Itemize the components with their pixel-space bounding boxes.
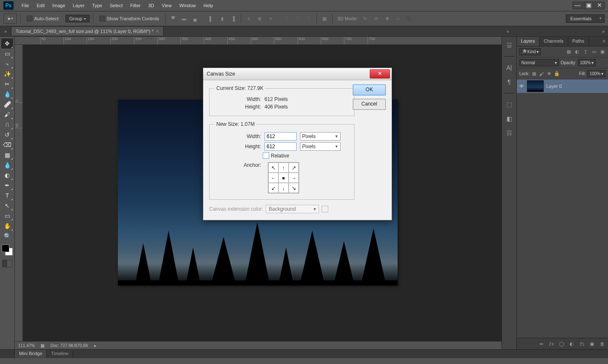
align-top-icon[interactable]: ▀: [169, 14, 177, 23]
lock-position-icon[interactable]: ✥: [546, 71, 552, 77]
lock-transparency-icon[interactable]: ▦: [531, 71, 537, 77]
anchor-nw[interactable]: ↖: [268, 163, 278, 173]
filter-adjust-icon[interactable]: ◐: [574, 49, 580, 55]
tab-timeline[interactable]: Timeline: [47, 350, 73, 358]
width-unit-select[interactable]: Pixels▼: [300, 132, 341, 141]
menu-view[interactable]: View: [158, 3, 176, 8]
new-layer-icon[interactable]: ▣: [589, 341, 595, 347]
color-swatches[interactable]: [2, 244, 13, 255]
width-input[interactable]: [264, 132, 297, 141]
document-tab[interactable]: Tutorial_DSC_2493_wm_full size.psd @ 111…: [11, 27, 164, 35]
anchor-n[interactable]: ↑: [278, 163, 289, 173]
align-left-icon[interactable]: ▌: [207, 14, 215, 23]
show-transform-checkbox[interactable]: Show Transform Controls: [97, 16, 162, 22]
align-hcenter-icon[interactable]: ▮: [218, 14, 226, 23]
filter-smart-icon[interactable]: ▣: [600, 49, 605, 55]
anchor-ne[interactable]: ↗: [289, 163, 299, 173]
window-minimize-button[interactable]: —: [573, 2, 583, 9]
quick-mask-toggle[interactable]: [2, 260, 12, 267]
auto-select-target-select[interactable]: Group▾: [65, 15, 90, 22]
layer-name-label[interactable]: Layer 0: [546, 84, 562, 89]
menu-image[interactable]: Image: [49, 3, 69, 8]
eyedropper-tool[interactable]: 💧: [1, 89, 13, 99]
extension-color-swatch[interactable]: [322, 206, 328, 212]
opacity-value[interactable]: 100% ▾: [578, 59, 596, 66]
3d-pan-icon[interactable]: ✥: [383, 14, 391, 23]
link-layers-icon[interactable]: ⇔: [538, 341, 545, 347]
relative-checkbox[interactable]: [263, 152, 269, 159]
filter-pixel-icon[interactable]: ▦: [566, 49, 572, 55]
anchor-w[interactable]: ←: [268, 173, 278, 183]
crop-tool[interactable]: ✂: [1, 79, 13, 89]
fill-value[interactable]: 100% ▾: [587, 70, 605, 77]
hand-tool[interactable]: ✋: [1, 221, 13, 231]
anchor-grid[interactable]: ↖ ↑ ↗ ← ● → ↙ ↓ ↘: [268, 162, 299, 193]
character-panel-icon[interactable]: A|: [504, 62, 514, 73]
close-tab-icon[interactable]: ×: [156, 29, 158, 34]
lock-all-icon[interactable]: 🔒: [554, 71, 560, 77]
auto-align-icon[interactable]: ▦: [320, 14, 329, 23]
history-panel-icon[interactable]: ☳: [504, 40, 514, 50]
filter-shape-icon[interactable]: ▭: [591, 49, 597, 55]
dialog-titlebar[interactable]: Canvas Size ✕: [203, 68, 392, 80]
window-close-button[interactable]: ✕: [594, 2, 605, 9]
tab-channels[interactable]: Channels: [540, 37, 568, 46]
layer-thumbnail[interactable]: [527, 80, 544, 92]
menu-select[interactable]: Select: [106, 3, 127, 8]
ok-button[interactable]: OK: [353, 84, 386, 95]
dodge-tool[interactable]: ◐: [1, 170, 13, 180]
blend-mode-select[interactable]: Normal▾: [519, 59, 559, 66]
delete-layer-icon[interactable]: 🗑: [599, 341, 605, 346]
healing-brush-tool[interactable]: 🩹: [1, 99, 13, 109]
anchor-e[interactable]: →: [289, 173, 299, 183]
lock-pixels-icon[interactable]: 🖌: [539, 71, 545, 77]
filter-type-icon[interactable]: T: [583, 49, 589, 55]
history-brush-tool[interactable]: ↺: [1, 130, 13, 140]
expand-panels-icon[interactable]: »: [0, 26, 11, 36]
adjustment-layer-icon[interactable]: ◐: [568, 341, 575, 347]
anchor-s[interactable]: ↓: [278, 183, 289, 193]
distribute-top-icon[interactable]: ≡: [245, 14, 253, 23]
blur-tool[interactable]: 💧: [1, 160, 13, 170]
layer-filter-select[interactable]: 🔎 Kind ▾: [519, 48, 541, 55]
paragraph-panel-icon[interactable]: ¶: [504, 77, 514, 87]
tab-mini-bridge[interactable]: Mini Bridge: [15, 350, 47, 358]
3d-orbit-icon[interactable]: ↻: [361, 14, 369, 23]
height-unit-select[interactable]: Pixels▼: [300, 142, 341, 151]
menu-3d[interactable]: 3D: [145, 3, 158, 8]
3d-slide-icon[interactable]: ↔: [394, 14, 402, 23]
menu-edit[interactable]: Edit: [33, 3, 49, 8]
gradient-tool[interactable]: ▦: [1, 150, 13, 160]
cancel-button[interactable]: Cancel: [353, 99, 386, 110]
foreground-color-swatch[interactable]: [2, 244, 9, 252]
properties-panel-icon[interactable]: ◧: [504, 114, 514, 124]
distribute-left-icon[interactable]: ⋮: [283, 14, 291, 23]
distribute-right-icon[interactable]: ⋮: [305, 14, 313, 23]
auto-select-checkbox[interactable]: Auto-Select:: [24, 16, 62, 22]
brush-tool[interactable]: 🖌: [1, 109, 13, 120]
tool-preset-picker[interactable]: ➤▾: [3, 14, 17, 24]
distribute-hcenter-icon[interactable]: ⋮: [294, 14, 302, 23]
clone-stamp-tool[interactable]: ⎍: [1, 120, 13, 130]
workspace-select[interactable]: Essentials: [566, 14, 605, 23]
anchor-center[interactable]: ●: [278, 173, 289, 183]
menu-file[interactable]: File: [18, 3, 33, 8]
pen-tool[interactable]: ✒: [1, 180, 13, 190]
distribute-vcenter-icon[interactable]: ≣: [256, 14, 264, 23]
extension-color-select[interactable]: Background▾: [266, 205, 319, 213]
window-maximize-button[interactable]: ▣: [583, 2, 594, 9]
menu-layer[interactable]: Layer: [69, 3, 88, 8]
info-panel-icon[interactable]: ☷: [504, 128, 514, 138]
zoom-value[interactable]: 111.47%: [18, 343, 35, 348]
distribute-bottom-icon[interactable]: ≡: [267, 14, 275, 23]
collapse-panels-icon[interactable]: «: [502, 29, 513, 34]
3d-zoom-icon[interactable]: 🎥: [405, 14, 413, 23]
layer-group-icon[interactable]: 🗀: [578, 341, 585, 346]
panel-menu-icon[interactable]: ≡: [600, 37, 608, 46]
menu-filter[interactable]: Filter: [126, 3, 144, 8]
status-menu-icon[interactable]: ▸: [94, 343, 96, 348]
path-select-tool[interactable]: ↖: [1, 201, 13, 211]
layer-mask-icon[interactable]: ◯: [558, 341, 565, 347]
layer-style-icon[interactable]: ƒx: [548, 341, 555, 346]
marquee-tool[interactable]: ▭: [1, 49, 13, 59]
